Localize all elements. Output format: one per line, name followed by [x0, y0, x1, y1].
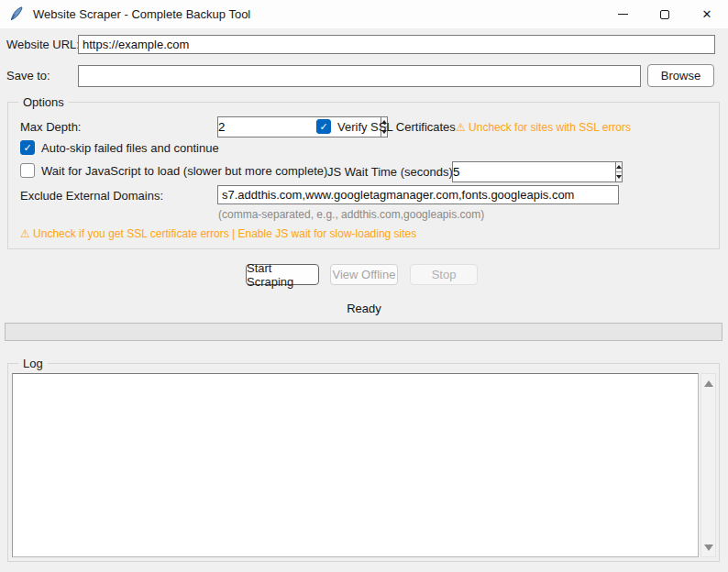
verify-ssl-checkbox[interactable]: ✓ [316, 119, 331, 134]
spin-up-icon [616, 165, 622, 169]
auto-skip-label: Auto-skip failed files and continue [41, 141, 219, 155]
url-input[interactable] [78, 35, 715, 54]
maximize-button[interactable] [644, 0, 686, 28]
save-to-input[interactable] [78, 65, 641, 87]
log-textarea[interactable] [12, 373, 699, 557]
exclude-domains-hint: (comma-separated, e.g., addthis.com,goog… [218, 208, 484, 221]
check-icon: ✓ [319, 121, 327, 133]
close-button[interactable]: ✕ [686, 0, 728, 28]
check-icon: ✓ [23, 142, 31, 154]
options-legend: Options [18, 95, 69, 109]
options-bottom-warning: ⚠ Uncheck if you get SSL certificate err… [20, 227, 416, 240]
scroll-up-icon [704, 380, 713, 387]
exclude-domains-input[interactable] [217, 185, 619, 204]
minimize-button[interactable] [601, 0, 644, 28]
js-wait-checkbox[interactable] [20, 163, 35, 178]
save-to-label: Save to: [6, 69, 50, 82]
window-title: Website Scraper - Complete Backup Tool [33, 7, 250, 21]
auto-skip-checkbox[interactable]: ✓ [20, 140, 35, 155]
status-text: Ready [0, 302, 728, 315]
scroll-down-button[interactable] [701, 540, 715, 555]
app-window: Website Scraper - Complete Backup Tool ✕… [0, 0, 728, 572]
exclude-domains-label: Exclude External Domains: [20, 189, 163, 203]
max-depth-label: Max Depth: [20, 120, 81, 134]
progress-bar [5, 323, 722, 341]
ssl-warning-text: ⚠ Uncheck for sites with SSL errors [456, 121, 631, 134]
app-feather-icon [9, 6, 24, 21]
verify-ssl-label: Verify SSL Certificates [337, 120, 456, 134]
stop-button[interactable]: Stop [410, 264, 478, 285]
js-wait-label: Wait for JavaScript to load (slower but … [41, 164, 327, 178]
js-wait-time-arrows [615, 161, 623, 182]
scroll-down-icon [704, 544, 713, 551]
minimize-icon [618, 14, 628, 15]
max-depth-spinbox [217, 116, 270, 138]
js-wait-time-label: JS Wait Time (seconds): [327, 165, 456, 179]
start-scraping-button[interactable]: Start Scraping [246, 264, 319, 285]
url-label: Website URL: [6, 38, 80, 51]
js-wait-time-down-button[interactable] [616, 172, 622, 182]
scroll-up-button[interactable] [701, 376, 715, 390]
browse-button[interactable]: Browse [647, 64, 714, 87]
view-offline-button[interactable]: View Offline [330, 264, 398, 285]
maximize-icon [660, 10, 669, 19]
spin-down-icon [616, 175, 622, 179]
js-wait-time-spinbox [452, 161, 500, 182]
log-legend: Log [18, 357, 48, 370]
close-icon: ✕ [702, 7, 712, 21]
js-wait-time-input[interactable] [452, 161, 615, 182]
log-scrollbar[interactable] [700, 373, 716, 557]
title-bar: Website Scraper - Complete Backup Tool ✕ [0, 0, 728, 28]
js-wait-time-up-button[interactable] [616, 162, 622, 172]
